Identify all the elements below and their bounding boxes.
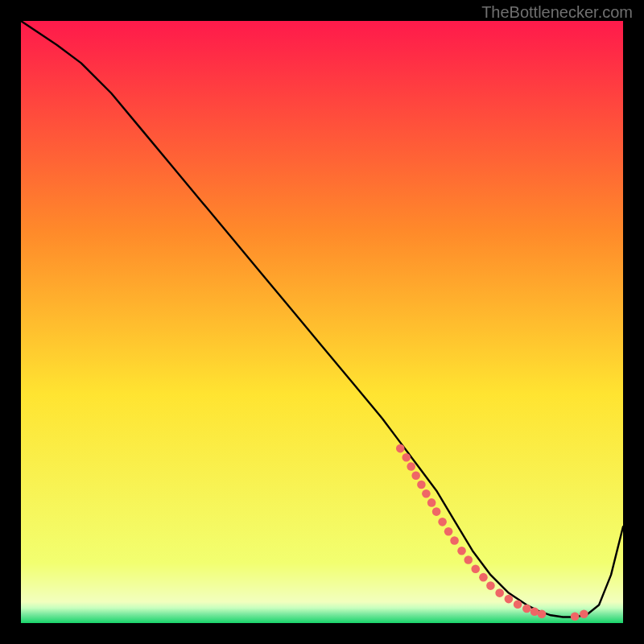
marker-dot xyxy=(464,555,473,564)
marker-dot xyxy=(522,605,531,613)
marker-dot xyxy=(432,507,441,516)
marker-dot xyxy=(471,564,480,573)
marker-dot xyxy=(422,489,431,498)
marker-dot xyxy=(530,607,539,616)
marker-dot xyxy=(411,471,420,480)
marker-dot xyxy=(402,453,411,462)
marker-dot xyxy=(538,609,547,618)
marker-dot xyxy=(417,481,426,489)
marker-dot xyxy=(444,527,453,536)
marker-dot xyxy=(505,595,514,604)
marker-dot xyxy=(486,581,495,590)
marker-dot xyxy=(571,612,580,621)
marker-dot xyxy=(396,444,405,453)
plot-svg xyxy=(21,21,623,623)
marker-dot xyxy=(457,547,466,555)
marker-dot xyxy=(450,536,459,545)
marker-dot xyxy=(407,462,415,471)
marker-dot xyxy=(580,609,588,618)
bottleneck-plot xyxy=(21,21,623,623)
marker-dot xyxy=(427,498,436,507)
gradient-background xyxy=(21,21,623,623)
chart-page: TheBottlenecker.com xyxy=(0,0,644,644)
watermark-text: TheBottlenecker.com xyxy=(481,3,633,22)
marker-dot xyxy=(438,518,447,526)
marker-dot xyxy=(479,573,488,582)
marker-dot xyxy=(514,601,522,609)
marker-dot xyxy=(495,588,504,597)
